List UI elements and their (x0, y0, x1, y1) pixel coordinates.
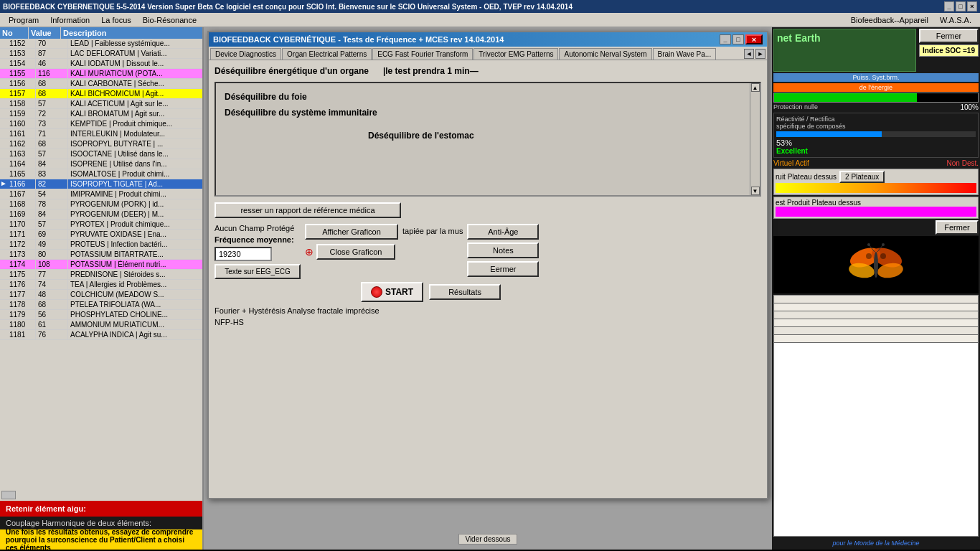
table-row[interactable]: 116073KEMPTIDE | Produit chimique... (0, 119, 202, 129)
table-row[interactable]: 117169PYRUVATE OXIDASE | Ena... (0, 230, 202, 240)
table-row[interactable]: 117748COLCHICUM (MEADOW S... (0, 290, 202, 300)
plateau2-bar (776, 207, 976, 217)
table-row[interactable]: 115387LAC DEFLORATUM | Variati... (0, 49, 202, 59)
table-row[interactable]: 115972KALI BROMATUM | Agit sur... (0, 109, 202, 119)
row-arrow (0, 199, 7, 209)
table-row[interactable]: 117956PHOSPHYLATED CHOLINE... (0, 310, 202, 320)
cell-value: 57 (36, 99, 68, 108)
cell-value: 48 (36, 290, 68, 299)
tab-autonomic[interactable]: Autonomic Nerval System (559, 48, 651, 60)
row-arrow (0, 109, 7, 118)
table-row[interactable]: 116171INTERLEUKIN | Modulateur... (0, 129, 202, 139)
close-graficon-button[interactable]: Close Graficon (316, 244, 395, 260)
tab-next-btn[interactable]: ► (755, 49, 765, 59)
close-button[interactable]: × (967, 1, 977, 11)
graficon-group: Afficher Graficon ⊕ Close Graficon (305, 224, 398, 260)
table-row[interactable]: 115857KALI ACETICUM | Agit sur le... (0, 99, 202, 109)
report-button[interactable]: resser un rapport de référence médica (215, 202, 401, 218)
fermer-top-button[interactable]: Fermer (919, 29, 979, 43)
row-arrow (0, 260, 7, 269)
start-button[interactable]: START (361, 282, 423, 302)
table-row[interactable]: 117249PROTEUS | Infection bactéri... (0, 240, 202, 250)
table-row[interactable]: 116984PYROGENIUM (DEER) | M... (0, 209, 202, 220)
svg-point-10 (880, 253, 886, 259)
horizontal-scrollbar[interactable] (0, 489, 202, 501)
menu-information[interactable]: Information (44, 14, 95, 26)
col-header-no: No (0, 27, 29, 39)
table-row[interactable]: 116754IMIPRAMINE | Produit chimi... (0, 189, 202, 199)
texte-eeg-button[interactable]: Texte sur EEG_ECG (215, 264, 301, 279)
table-row[interactable]: 117868PTELEA TRIFOLIATA (WA... (0, 300, 202, 310)
table-row[interactable]: 116583ISOMALTOSE | Produit chimi... (0, 169, 202, 179)
table-row[interactable]: 116357ISOOCTANE | Utilisé dans le... (0, 149, 202, 159)
scroll-up-btn[interactable]: ▲ (751, 83, 760, 92)
cell-no: 1153 (7, 49, 36, 58)
vidier-button[interactable]: Vider dessous (458, 534, 517, 545)
cell-value: 68 (36, 79, 68, 88)
table-row[interactable]: 115446KALI IODATUM | Dissout le... (0, 59, 202, 69)
table-row[interactable]: 1174108POTASSIUM | Élément nutri... (0, 260, 202, 270)
menu-focus[interactable]: La focus (95, 14, 137, 26)
table-row[interactable]: 118176ACALYPHA INDICA | Agit su... (0, 330, 202, 340)
table-row[interactable]: 115668KALI CARBONATE | Séche... (0, 79, 202, 89)
table-row[interactable]: 118061AMMONIUM MURIATICUM... (0, 320, 202, 330)
row-arrow (0, 230, 7, 239)
row-arrow (0, 220, 7, 229)
menu-wasa[interactable]: W.A.S.A. (934, 14, 977, 26)
cell-description: PHOSPHYLATED CHOLINE... (68, 310, 202, 319)
tab-prev-btn[interactable]: ◄ (744, 49, 754, 59)
dialog-maximize-btn[interactable]: □ (732, 34, 744, 44)
cell-no: 1171 (7, 230, 36, 239)
resultats-button[interactable]: Résultats (429, 284, 501, 300)
afficher-graficon-button[interactable]: Afficher Graficon (305, 224, 398, 240)
vertical-scrollbar[interactable]: ▲ ▼ (750, 83, 760, 195)
cell-no: 1156 (7, 79, 36, 88)
table-row[interactable]: 1155116KALI MURIATICUM (POTA... (0, 69, 202, 79)
cell-no: 1172 (7, 240, 36, 249)
plateaux-button[interactable]: 2 Plateaux (839, 171, 885, 183)
minimize-button[interactable]: _ (944, 1, 954, 11)
row-arrow (0, 330, 7, 339)
table-row[interactable]: 115768KALI BICHROMICUM | Agit... (0, 89, 202, 99)
cell-no: 1166 (7, 179, 36, 189)
table-row[interactable]: 117057PYROTEX | Produit chimique... (0, 220, 202, 230)
rp-controls: Fermer Indice SOC =19 (919, 29, 979, 57)
cell-no: 1159 (7, 109, 36, 118)
tab-trivector[interactable]: Trivector EMG Patterns (473, 48, 558, 60)
menu-biofeed-appareil[interactable]: Biofeedback--Appareil (845, 14, 934, 26)
menu-bioresonance[interactable]: Bio-Résonance (137, 14, 202, 26)
tab-organ-patterns[interactable]: Organ Electrical Patterns (282, 48, 372, 60)
cell-value: 68 (36, 139, 68, 149)
table-row[interactable]: 116268ISOPROPYL BUTYRATE | ... (0, 139, 202, 149)
dialog-close-btn[interactable]: × (745, 34, 763, 44)
tab-device-diagnostics[interactable]: Device Diagnostics (210, 48, 281, 60)
virtuel-row: Virtuel Actif Non Dest. (773, 159, 979, 167)
tab-ecg-fourier[interactable]: ECG Fast Fourier Transform (372, 48, 473, 60)
report-row: resser un rapport de référence médica (215, 202, 761, 218)
table-row[interactable]: 116484ISOPRENE | Utilisé dans l'in... (0, 159, 202, 169)
table-row[interactable]: ►116682ISOPROPYL TIGLATE | Ad... (0, 179, 202, 189)
menu-bar: Program Information La focus Bio-Résonan… (0, 13, 980, 27)
scroll-down-btn[interactable]: ▼ (751, 187, 760, 195)
eermer-button[interactable]: Eermer (467, 261, 539, 277)
table-row[interactable]: 116878PYROGENIUM (PORK) | id... (0, 199, 202, 209)
freq-input[interactable] (215, 247, 272, 261)
menu-program[interactable]: Program (3, 14, 44, 26)
dialog-minimize-btn[interactable]: _ (720, 34, 731, 44)
svg-point-8 (882, 243, 885, 246)
table-row[interactable]: 117674TEA | Allergies id Problèmes... (0, 280, 202, 290)
fermer-bottom-button[interactable]: Fermer (936, 220, 979, 235)
tab-brain-wave[interactable]: Brain Wave Pa... (653, 48, 717, 60)
cell-description: PYROTEX | Produit chimique... (68, 220, 202, 229)
cell-description: LEAD | Faiblesse systémique... (68, 39, 202, 48)
row-arrow (0, 280, 7, 289)
anti-age-button[interactable]: Anti-Âge (467, 224, 539, 240)
notes-button[interactable]: Notes (467, 242, 539, 258)
row-arrow (0, 300, 7, 309)
cell-description: ACALYPHA INDICA | Agit su... (68, 330, 202, 339)
table-row[interactable]: 117577PREDNISONE | Stéroides s... (0, 270, 202, 280)
table-row[interactable]: 115270LEAD | Faiblesse systémique... (0, 39, 202, 49)
table-row[interactable]: 117380POTASSIUM BITARTRATE... (0, 250, 202, 260)
maximize-button[interactable]: □ (956, 1, 966, 11)
cell-description: PROTEUS | Infection bactéri... (68, 240, 202, 249)
